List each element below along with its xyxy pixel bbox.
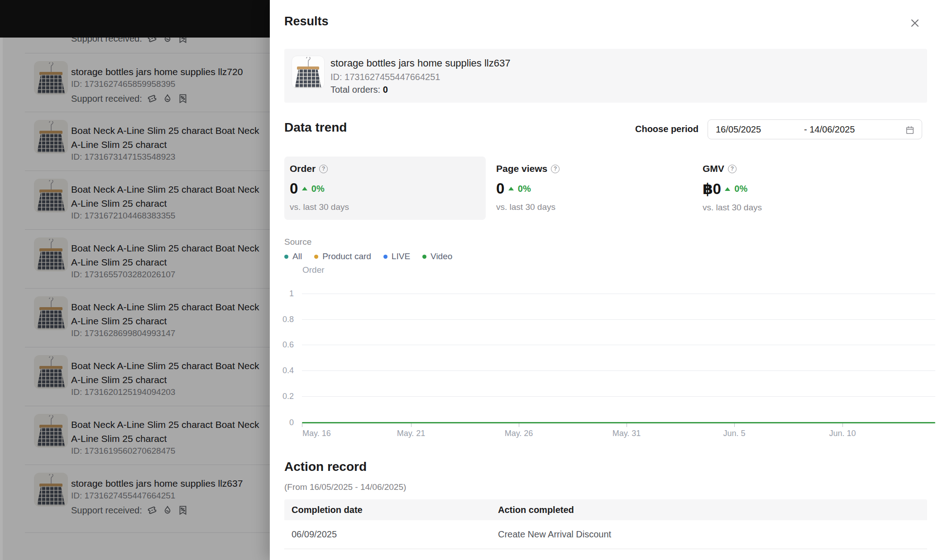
table-header-row: Completion date Action completed <box>284 499 927 520</box>
modal-title: Results <box>284 14 329 28</box>
metric-compare-label: vs. last 30 days <box>496 202 687 212</box>
legend-dot <box>422 255 426 259</box>
date-to-value: - 14/06/2025 <box>804 124 855 135</box>
action-record-table: Completion date Action completed 06/09/2… <box>284 499 927 549</box>
product-summary-card: storage bottles jars home supplies llz63… <box>284 49 927 103</box>
x-tick-label: May. 21 <box>397 429 426 438</box>
help-icon[interactable]: ? <box>551 165 560 173</box>
total-orders: Total orders: 0 <box>330 84 510 96</box>
hanger-icon <box>304 57 312 67</box>
chart-series-line <box>302 422 935 423</box>
x-axis-tick <box>734 423 735 427</box>
x-tick-label: Jun. 5 <box>723 429 745 438</box>
table-row: 06/09/2025 Create New Arrival Discount <box>284 520 927 549</box>
arrow-up-icon <box>508 187 514 190</box>
x-tick-label: May. 16 <box>302 429 331 438</box>
action-completed-cell: Create New Arrival Discount <box>491 520 927 549</box>
legend-item-live[interactable]: LIVE <box>383 252 410 261</box>
column-header-completion-date: Completion date <box>284 499 491 520</box>
metric-value: 0 <box>496 180 504 197</box>
left-scrollbar-track[interactable] <box>0 38 3 560</box>
metric-label: Order <box>290 163 316 174</box>
product-name: storage bottles jars home supplies llz63… <box>330 57 510 70</box>
chart-legend: All Product card LIVE Video <box>284 252 452 261</box>
source-label: Source <box>284 237 311 247</box>
metric-delta: 0% <box>518 184 531 194</box>
x-tick-label: May. 26 <box>505 429 533 438</box>
gridline <box>302 294 935 294</box>
choose-period-label: Choose period <box>635 124 699 134</box>
y-tick-label: 0.8 <box>274 315 294 324</box>
y-tick-label: 0 <box>274 418 294 427</box>
completion-date-cell: 06/09/2025 <box>284 520 491 549</box>
metric-value: 0 <box>290 180 298 197</box>
data-trend-heading: Data trend <box>284 120 347 135</box>
action-record-period: (From 16/05/2025 - 14/06/2025) <box>284 482 406 492</box>
legend-item-all[interactable]: All <box>284 252 302 261</box>
screen: Support received: storage bottles jars h… <box>0 0 938 560</box>
legend-item-product-card[interactable]: Product card <box>314 252 371 261</box>
help-icon[interactable]: ? <box>728 165 737 173</box>
y-tick-label: 0.4 <box>274 366 294 375</box>
x-axis-tick <box>411 423 412 427</box>
date-from-value: 16/05/2025 <box>716 124 761 135</box>
legend-dot <box>284 255 288 259</box>
calendar-icon[interactable] <box>905 125 915 135</box>
product-id: ID: 1731627455447664251 <box>330 71 510 83</box>
metric-card-page-views[interactable]: Page views? 00% vs. last 30 days <box>491 157 692 220</box>
close-button[interactable] <box>909 17 921 29</box>
metric-value: ฿0 <box>703 180 721 198</box>
legend-dot <box>383 255 388 259</box>
arrow-up-icon <box>725 187 730 191</box>
close-icon <box>910 19 919 28</box>
metric-delta: 0% <box>311 184 325 194</box>
metric-compare-label: vs. last 30 days <box>290 202 480 212</box>
product-thumbnail <box>292 56 325 89</box>
gridline <box>302 345 935 345</box>
total-orders-value: 0 <box>383 85 388 95</box>
metric-card-order[interactable]: Order? 00% vs. last 30 days <box>284 157 486 220</box>
x-axis-tick <box>302 423 302 427</box>
metric-delta: 0% <box>734 184 747 194</box>
date-range-input[interactable]: 16/05/2025 - 14/06/2025 <box>708 119 922 139</box>
metric-label: GMV <box>703 163 724 174</box>
y-axis-name: Order <box>302 265 325 275</box>
column-header-action-completed: Action completed <box>491 499 927 520</box>
x-tick-label: May. 31 <box>613 429 641 438</box>
x-axis-tick <box>519 423 519 427</box>
x-tick-label: Jun. 10 <box>829 429 856 438</box>
results-modal: Results storage bottles jars home suppli… <box>270 0 938 560</box>
legend-dot <box>314 255 318 259</box>
action-record-heading: Action record <box>284 460 367 474</box>
metric-compare-label: vs. last 30 days <box>703 203 893 213</box>
x-axis-tick <box>842 423 843 427</box>
y-tick-label: 1 <box>274 289 294 299</box>
metric-card-gmv[interactable]: GMV? ฿00% vs. last 30 days <box>697 157 899 220</box>
metric-cards: Order? 00% vs. last 30 days Page views? … <box>284 157 899 220</box>
legend-item-video[interactable]: Video <box>422 252 452 261</box>
gridline <box>302 319 935 320</box>
help-icon[interactable]: ? <box>319 165 328 173</box>
x-axis-tick <box>627 423 627 427</box>
arrow-up-icon <box>302 187 307 190</box>
gridline <box>302 396 935 397</box>
y-tick-label: 0.2 <box>274 392 294 401</box>
metric-label: Page views <box>496 163 547 174</box>
y-tick-label: 0.6 <box>274 340 294 350</box>
gridline <box>302 370 935 371</box>
